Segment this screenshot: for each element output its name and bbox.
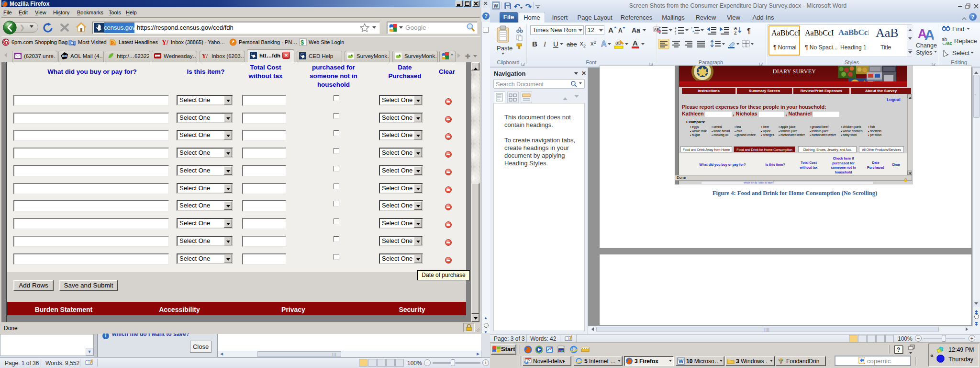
svg-text:$: $	[301, 39, 304, 46]
svg-text:x: x	[590, 40, 594, 47]
svg-text:Y/: Y/	[202, 53, 208, 59]
svg-text:U: U	[553, 40, 558, 48]
svg-text:3: 3	[675, 32, 677, 35]
svg-text:Paste: Paste	[497, 45, 512, 52]
svg-text:ac: ac	[947, 41, 953, 46]
svg-text:W: W	[679, 358, 684, 364]
svg-text:A: A	[618, 27, 623, 34]
svg-text:lifestop: lifestop	[156, 55, 161, 58]
svg-text:a: a	[692, 30, 694, 33]
svg-text:Z: Z	[734, 31, 737, 35]
svg-text:Aa: Aa	[632, 26, 640, 34]
svg-text:Replace: Replace	[954, 37, 977, 45]
svg-text:W: W	[494, 3, 499, 9]
svg-text:A: A	[924, 27, 934, 41]
svg-text:x: x	[580, 40, 583, 47]
svg-text:Select: Select	[952, 49, 970, 57]
svg-text:A: A	[633, 39, 638, 47]
svg-text:abe: abe	[567, 41, 577, 48]
svg-text:2: 2	[583, 44, 586, 48]
svg-text:B: B	[532, 40, 537, 48]
svg-text:ab: ab	[942, 37, 947, 42]
svg-text:Y/: Y/	[162, 39, 169, 46]
svg-text:I: I	[543, 40, 546, 48]
svg-text:A: A	[601, 40, 607, 48]
svg-text:Find: Find	[952, 25, 964, 33]
svg-text:Aol: Aol	[62, 54, 67, 58]
svg-text:¶: ¶	[747, 26, 751, 34]
svg-text:2: 2	[594, 40, 596, 45]
svg-text:A: A	[608, 26, 613, 34]
svg-text:A: A	[734, 26, 737, 31]
